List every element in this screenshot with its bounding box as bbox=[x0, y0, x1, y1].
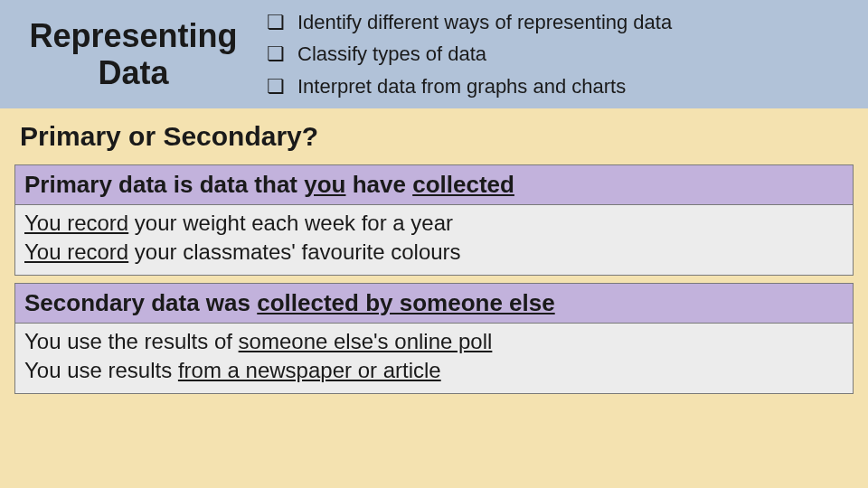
slide-header: Representing Data ❏ Identify different w… bbox=[0, 0, 868, 108]
checkbox-icon: ❏ bbox=[267, 70, 287, 102]
text-underline: someone else's online poll bbox=[239, 329, 493, 353]
objective-text: Interpret data from graphs and charts bbox=[297, 70, 626, 102]
text: Primary data is data that bbox=[24, 171, 304, 198]
text-underline: You record bbox=[24, 239, 128, 264]
text-underline: from a newspaper or article bbox=[178, 358, 441, 382]
text-underline: you bbox=[304, 171, 345, 198]
title-line-2: Data bbox=[98, 54, 168, 91]
text-underline: collected bbox=[412, 171, 514, 198]
example-line: You record your classmates' favourite co… bbox=[24, 238, 844, 267]
objective-item: ❏ Classify types of data bbox=[267, 38, 850, 70]
section-heading: Primary or Secondary? bbox=[0, 108, 868, 161]
primary-examples: You record your weight each week for a y… bbox=[15, 205, 853, 275]
objectives-list: ❏ Identify different ways of representin… bbox=[267, 6, 868, 102]
slide-title: Representing Data bbox=[0, 17, 267, 92]
text: have bbox=[345, 171, 412, 198]
secondary-box: Secondary data was collected by someone … bbox=[14, 283, 854, 394]
example-line: You use the results of someone else's on… bbox=[24, 327, 844, 356]
title-line-1: Representing bbox=[29, 17, 237, 54]
secondary-heading: Secondary data was collected by someone … bbox=[15, 284, 853, 324]
text-underline: You record bbox=[24, 211, 128, 235]
text: your classmates' favourite colours bbox=[128, 239, 460, 264]
objective-item: ❏ Identify different ways of representin… bbox=[267, 6, 850, 38]
text: Secondary data was bbox=[24, 289, 257, 316]
objective-item: ❏ Interpret data from graphs and charts bbox=[267, 70, 850, 102]
text: your weight each week for a year bbox=[128, 211, 453, 235]
example-line: You use results from a newspaper or arti… bbox=[24, 356, 844, 385]
example-line: You record your weight each week for a y… bbox=[24, 209, 844, 238]
text: You use the results of bbox=[24, 329, 239, 353]
primary-heading: Primary data is data that you have colle… bbox=[15, 165, 853, 205]
checkbox-icon: ❏ bbox=[267, 38, 287, 70]
text-underline: collected by someone else bbox=[257, 289, 554, 316]
checkbox-icon: ❏ bbox=[267, 6, 287, 38]
text: You use results bbox=[24, 358, 178, 382]
secondary-examples: You use the results of someone else's on… bbox=[15, 324, 853, 393]
objective-text: Identify different ways of representing … bbox=[297, 6, 672, 38]
objective-text: Classify types of data bbox=[297, 38, 486, 70]
primary-box: Primary data is data that you have colle… bbox=[14, 164, 854, 276]
